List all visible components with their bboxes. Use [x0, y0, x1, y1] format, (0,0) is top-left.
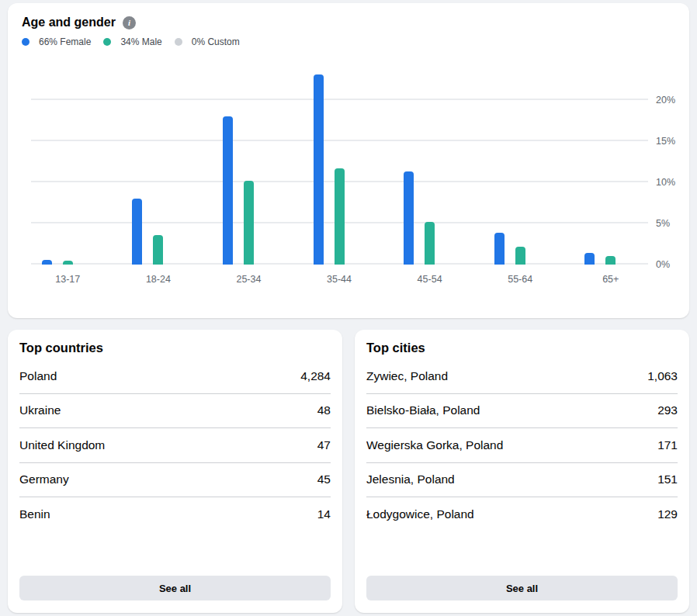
city-row: Zywiec, Poland1,063	[366, 359, 678, 394]
city-value: 151	[648, 472, 678, 486]
x-axis-label-65+: 65+	[565, 274, 656, 285]
bar-female-25-34	[223, 116, 233, 265]
country-name: United Kingdom	[19, 438, 105, 452]
city-name: Jelesnia, Poland	[366, 472, 455, 486]
country-name: Germany	[19, 472, 69, 486]
x-axis-label-25-34: 25-34	[203, 274, 294, 285]
info-icon[interactable]: i	[123, 16, 136, 29]
bar-male-35-44	[335, 168, 345, 265]
x-axis: 13-1718-2425-3435-4445-5455-6465+	[8, 274, 689, 285]
country-row: United Kingdom47	[19, 428, 331, 463]
city-value: 129	[648, 507, 678, 521]
city-row: Jelesnia, Poland151	[366, 463, 678, 498]
legend-label: 34% Male	[120, 36, 161, 47]
top-cities-title: Top cities	[366, 341, 678, 355]
top-countries-list: Poland4,284Ukraine48United Kingdom47Germ…	[19, 359, 331, 531]
legend-dot-custom-icon	[175, 38, 182, 46]
bar-female-18-24	[132, 199, 142, 265]
top-cities-list: Zywiec, Poland1,063Bielsko-Biała, Poland…	[366, 359, 678, 531]
bar-group-65+	[565, 63, 656, 265]
bar-male-65+	[605, 256, 616, 265]
x-axis-label-45-54: 45-54	[384, 274, 475, 285]
country-value: 48	[308, 403, 331, 417]
city-name: Bielsko-Biała, Poland	[366, 403, 480, 417]
bar-group-35-44	[294, 63, 385, 265]
city-row: Wegierska Gorka, Poland171	[366, 428, 678, 463]
legend-item-custom: 0% Custom	[175, 36, 240, 47]
city-name: Zywiec, Poland	[366, 369, 448, 383]
see-all-countries-button[interactable]: See all	[19, 576, 331, 600]
bar-male-18-24	[153, 235, 163, 265]
y-axis-tick-5: 5%	[656, 217, 670, 230]
country-value: 4,284	[291, 369, 331, 383]
bar-group-13-17	[23, 63, 113, 265]
top-cities-card: Top cities Zywiec, Poland1,063Bielsko-Bi…	[355, 330, 689, 613]
legend-item-male: 34% Male	[103, 36, 161, 47]
city-value: 171	[648, 438, 678, 452]
legend-label: 0% Custom	[192, 36, 240, 47]
bottom-cards-row: Top countries Poland4,284Ukraine48United…	[8, 330, 689, 613]
country-name: Poland	[19, 369, 57, 383]
legend-dot-female-icon	[22, 38, 29, 46]
country-name: Ukraine	[19, 403, 61, 417]
country-name: Benin	[19, 507, 50, 521]
x-axis-label-13-17: 13-17	[23, 274, 113, 285]
country-row: Germany45	[19, 463, 331, 498]
bar-group-45-54	[384, 63, 475, 265]
top-countries-card: Top countries Poland4,284Ukraine48United…	[8, 330, 342, 613]
country-value: 45	[308, 472, 331, 486]
country-value: 47	[308, 438, 331, 452]
bar-female-65+	[584, 253, 595, 265]
y-axis-tick-15: 15%	[656, 135, 675, 147]
x-axis-label-55-64: 55-64	[475, 274, 566, 285]
age-gender-chart: 20%15%10%5%0%	[8, 63, 689, 265]
bar-female-35-44	[314, 74, 324, 265]
bar-group-25-34	[203, 63, 294, 265]
city-row: Łodygowice, Poland129	[366, 497, 678, 531]
chart-legend: 66% Female34% Male0% Custom	[8, 36, 689, 47]
city-value: 293	[648, 403, 678, 417]
legend-label: 66% Female	[39, 36, 91, 47]
bar-group-55-64	[475, 63, 566, 265]
bar-male-55-64	[515, 247, 525, 265]
bars-layer	[23, 63, 656, 265]
y-axis-tick-10: 10%	[656, 176, 675, 189]
bar-group-18-24	[113, 63, 204, 265]
city-row: Bielsko-Biała, Poland293	[366, 394, 678, 429]
y-axis: 20%15%10%5%0%	[656, 63, 689, 265]
country-value: 14	[308, 507, 331, 521]
top-countries-title: Top countries	[19, 341, 331, 355]
bar-female-13-17	[42, 260, 52, 265]
city-name: Wegierska Gorka, Poland	[366, 438, 503, 452]
bar-female-55-64	[494, 233, 505, 265]
age-gender-title: Age and gender	[22, 16, 116, 29]
legend-item-female: 66% Female	[22, 36, 91, 47]
bar-male-25-34	[244, 181, 254, 265]
city-name: Łodygowice, Poland	[366, 507, 474, 521]
bar-male-13-17	[63, 261, 73, 265]
chart-plot-area	[23, 63, 656, 265]
age-gender-header: Age and gender i	[8, 16, 689, 29]
legend-dot-male-icon	[103, 38, 111, 46]
x-axis-label-18-24: 18-24	[113, 274, 204, 285]
country-row: Poland4,284	[19, 359, 331, 394]
country-row: Benin14	[19, 497, 331, 531]
x-axis-label-35-44: 35-44	[294, 274, 385, 285]
y-axis-tick-0: 0%	[656, 258, 670, 271]
y-axis-tick-20: 20%	[656, 94, 675, 106]
bar-female-45-54	[404, 171, 414, 265]
age-gender-card: Age and gender i 66% Female34% Male0% Cu…	[8, 3, 689, 318]
country-row: Ukraine48	[19, 394, 331, 429]
city-value: 1,063	[638, 369, 678, 383]
bar-male-45-54	[425, 222, 435, 265]
see-all-cities-button[interactable]: See all	[366, 576, 678, 600]
